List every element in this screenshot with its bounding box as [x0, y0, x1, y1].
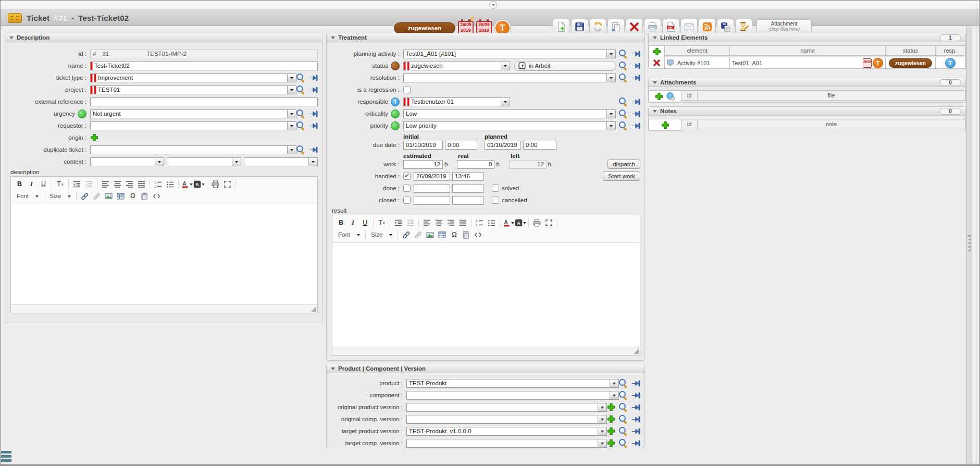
add-icon[interactable] — [90, 133, 98, 142]
search-icon[interactable] — [296, 145, 305, 154]
description-editor[interactable]: B I U Tx 1.2. A A Font — [10, 176, 318, 313]
maximize-button[interactable] — [221, 179, 233, 189]
component-select[interactable] — [406, 391, 619, 400]
dropdown-arrow-icon[interactable] — [287, 122, 296, 130]
closed-time-input[interactable] — [452, 196, 483, 205]
search-icon[interactable] — [619, 403, 628, 412]
linked-elements-header[interactable]: Linked Elements1 — [649, 33, 965, 42]
dropdown-arrow-icon[interactable] — [287, 74, 296, 82]
align-left-button[interactable] — [421, 217, 433, 228]
add-icon[interactable] — [607, 427, 615, 435]
search-icon[interactable] — [619, 97, 628, 106]
target-comp-version-select[interactable] — [406, 439, 607, 448]
add-origin-button[interactable] — [90, 133, 98, 142]
print-button[interactable] — [209, 179, 221, 189]
closed-checkbox[interactable] — [403, 197, 411, 204]
dropdown-arrow-icon[interactable] — [287, 110, 296, 118]
result-editor[interactable]: B I U Tx 1.2. A A Font — [332, 215, 640, 355]
dropdown-arrow-icon[interactable] — [287, 86, 296, 94]
linked-name-cell[interactable]: Test01_A01 26/09 T — [730, 57, 886, 69]
special-char-button[interactable]: Ω — [448, 229, 460, 240]
bold-button[interactable]: B — [335, 217, 347, 228]
description-panel-header[interactable]: Description — [5, 33, 322, 42]
goto-detail-icon[interactable] — [631, 110, 640, 118]
work-time-button[interactable] — [735, 19, 752, 34]
goto-detail-icon[interactable] — [309, 122, 318, 130]
planning-activity-select[interactable]: Test01_A01 [#101] — [403, 50, 616, 58]
goto-detail-icon[interactable] — [631, 379, 640, 387]
goto-detail-icon[interactable] — [309, 86, 318, 94]
dropdown-arrow-icon[interactable] — [606, 122, 615, 130]
rss-feed-button[interactable] — [699, 19, 716, 34]
search-icon[interactable] — [619, 427, 628, 436]
goto-detail-icon[interactable] — [631, 74, 640, 82]
print-button[interactable] — [644, 19, 661, 34]
search-icon[interactable] — [296, 85, 305, 94]
bullet-list-button[interactable] — [164, 179, 176, 189]
cancelled-checkbox[interactable] — [492, 197, 499, 204]
size-dropdown[interactable]: Size — [368, 229, 395, 240]
search-icon[interactable] — [619, 62, 628, 70]
unlink-button[interactable] — [412, 229, 424, 240]
dropdown-arrow-icon[interactable] — [606, 74, 615, 82]
start-work-button[interactable]: Start work — [603, 171, 640, 181]
dispatch-button[interactable]: dispatch — [607, 160, 640, 169]
text-color-button[interactable]: A — [502, 217, 514, 228]
goto-detail-icon[interactable] — [631, 98, 640, 106]
solved-checkbox[interactable] — [492, 185, 499, 192]
italic-button[interactable]: I — [347, 217, 359, 228]
done-date-input[interactable] — [414, 184, 450, 193]
add-icon[interactable] — [661, 121, 669, 129]
unlink-button[interactable] — [91, 191, 103, 201]
due-date-initial-time-input[interactable]: 0:00 — [445, 141, 477, 150]
search-icon[interactable] — [619, 109, 628, 118]
editor-body[interactable] — [11, 204, 317, 305]
context-select-1[interactable] — [90, 157, 164, 166]
search-icon[interactable] — [296, 73, 305, 82]
special-char-button[interactable]: Ω — [127, 191, 139, 201]
align-center-button[interactable] — [433, 217, 445, 228]
outdent-button[interactable] — [83, 179, 95, 189]
source-button[interactable] — [472, 229, 484, 240]
maximize-button[interactable] — [543, 217, 555, 228]
criticality-select[interactable]: Low — [403, 109, 616, 118]
send-mail-button[interactable] — [680, 19, 698, 34]
requestor-select[interactable] — [90, 121, 296, 130]
goto-detail-icon[interactable] — [309, 74, 318, 82]
product-panel-header[interactable]: Product | Component | Version — [327, 364, 644, 373]
add-link-icon[interactable] — [666, 92, 675, 101]
add-icon[interactable] — [607, 415, 615, 423]
editor-body[interactable] — [332, 243, 640, 347]
linked-element-cell[interactable]: Activity #101 — [665, 57, 730, 69]
work-estimated-input[interactable]: 12 — [403, 160, 443, 169]
outdent-button[interactable] — [404, 217, 416, 228]
search-icon[interactable] — [619, 391, 628, 400]
font-dropdown[interactable]: Font — [335, 229, 363, 240]
dropdown-arrow-icon[interactable] — [606, 50, 615, 58]
due-date-initial-date-input[interactable]: 01/10/2019 — [403, 141, 443, 150]
text-color-button[interactable]: A — [181, 179, 193, 189]
add-linked-element-button[interactable] — [649, 46, 665, 57]
original-comp-version-select[interactable] — [406, 415, 607, 424]
product-select[interactable]: TEST-Produkt — [406, 379, 619, 388]
refresh-button[interactable] — [589, 19, 606, 34]
dropdown-arrow-icon[interactable] — [501, 62, 510, 70]
align-right-button[interactable] — [123, 179, 135, 189]
export-pdf-button[interactable]: PDF — [662, 19, 679, 34]
link-button[interactable] — [400, 229, 412, 240]
source-button[interactable] — [151, 191, 163, 201]
justify-button[interactable] — [457, 217, 469, 228]
search-icon[interactable] — [619, 415, 628, 424]
dropdown-arrow-icon[interactable] — [287, 146, 296, 154]
dropdown-arrow-icon[interactable] — [598, 415, 606, 423]
dropdown-arrow-icon[interactable] — [598, 403, 606, 411]
resize-handle[interactable] — [311, 306, 316, 312]
dropdown-arrow-icon[interactable] — [308, 158, 317, 166]
goto-detail-icon[interactable] — [631, 62, 640, 70]
attachments-header[interactable]: Attachments0 — [649, 78, 965, 87]
link-button[interactable] — [79, 191, 91, 201]
due-date-planned-date-input[interactable]: 01/10/2019 — [485, 141, 521, 150]
attachment-drop-button[interactable]: Attachment (drop files here) — [756, 19, 812, 34]
save-button[interactable] — [571, 19, 588, 34]
external-reference-input[interactable] — [90, 97, 318, 106]
